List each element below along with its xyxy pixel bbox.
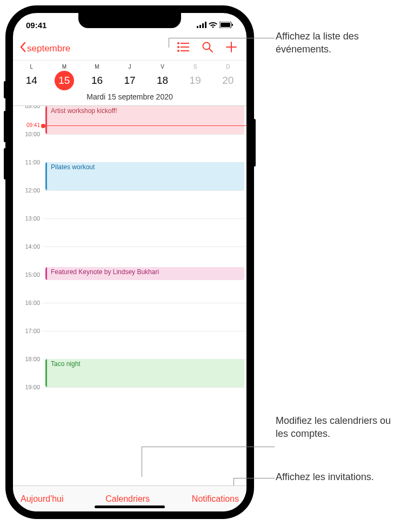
now-dot [41, 124, 45, 128]
day-column[interactable]: M15 [48, 61, 81, 90]
svg-rect-8 [181, 43, 189, 44]
day-letter: V [146, 61, 179, 71]
add-icon[interactable] [226, 42, 237, 55]
day-number[interactable]: 20 [213, 71, 242, 90]
inbox-button[interactable]: Notifications [192, 494, 239, 504]
day-number[interactable]: 19 [181, 71, 210, 90]
svg-rect-5 [221, 23, 230, 27]
day-view[interactable]: 09:0010:0011:0012:0013:0014:0015:0016:00… [13, 106, 246, 486]
list-view-icon[interactable] [177, 42, 189, 55]
day-letter: M [48, 61, 81, 71]
wifi-icon [209, 21, 217, 30]
today-button[interactable]: Aujourd'hui [21, 494, 64, 504]
svg-rect-1 [199, 25, 201, 28]
calendar-event[interactable]: Pilates workout [45, 162, 244, 190]
day-column[interactable]: J17 [114, 61, 146, 90]
event-title: Artist workshop kickoff! [51, 107, 117, 115]
hour-label: 17:00 [13, 328, 43, 334]
event-title: Featured Keynote by Lindsey Bukhari [51, 268, 159, 276]
hour-label: 11:00 [13, 159, 43, 165]
day-number[interactable]: 17 [116, 71, 144, 90]
svg-rect-12 [181, 50, 189, 51]
signal-icon [197, 21, 206, 30]
svg-rect-10 [181, 46, 189, 48]
svg-line-14 [209, 49, 212, 52]
svg-rect-0 [197, 26, 198, 28]
callout-line [169, 38, 275, 38]
home-indicator[interactable] [95, 506, 165, 508]
day-column[interactable]: M16 [81, 61, 114, 90]
svg-rect-6 [232, 24, 233, 26]
day-column[interactable]: D20 [211, 61, 244, 90]
hour-label: 18:00 [13, 356, 43, 362]
day-letter: S [179, 61, 212, 71]
day-letter: L [15, 61, 48, 71]
hour-label: 12:00 [13, 187, 43, 194]
nav-bar: septembre [13, 37, 246, 61]
callout-line [142, 447, 142, 477]
day-column[interactable]: L14 [15, 61, 48, 90]
back-label: septembre [27, 43, 70, 54]
day-number[interactable]: 18 [148, 71, 177, 90]
now-label: 09:41 [13, 122, 43, 128]
week-header: L14M15M16J17V18S19D20 Mardi 15 septembre… [13, 61, 246, 106]
hour-label: 14:00 [13, 243, 43, 250]
hour-label: 19:00 [13, 384, 43, 390]
callout-line [169, 38, 169, 48]
hour-label: 10:00 [13, 131, 43, 137]
hour-label: 16:00 [13, 300, 43, 306]
svg-rect-2 [202, 23, 204, 28]
svg-rect-3 [205, 22, 206, 28]
day-column[interactable]: S19 [179, 61, 212, 90]
day-number[interactable]: 16 [83, 71, 111, 90]
hour-label: 13:00 [13, 215, 43, 222]
calendar-event[interactable]: Featured Keynote by Lindsey Bukhari [45, 267, 244, 280]
event-title: Taco night [51, 360, 81, 368]
day-number[interactable]: 14 [17, 71, 46, 90]
callout-line [233, 478, 275, 478]
event-color-bar [45, 267, 47, 280]
back-button[interactable]: septembre [19, 42, 70, 56]
notch [78, 13, 181, 28]
event-color-bar [45, 106, 47, 134]
hour-label: 15:00 [13, 271, 43, 278]
svg-point-9 [177, 46, 179, 48]
calendars-button[interactable]: Calendriers [105, 494, 150, 504]
calendar-event[interactable]: Taco night [45, 359, 244, 387]
callout-line [233, 478, 234, 486]
svg-point-11 [177, 50, 179, 52]
search-icon[interactable] [202, 42, 213, 55]
battery-icon [219, 21, 233, 30]
date-line: Mardi 15 septembre 2020 [13, 90, 246, 105]
day-letter: J [114, 61, 146, 71]
callout-inbox: Affichez les invitations. [276, 470, 400, 483]
chevron-left-icon [19, 42, 26, 56]
now-indicator [43, 125, 246, 126]
day-letter: M [81, 61, 114, 71]
event-title: Pilates workout [51, 163, 95, 171]
calendar-event[interactable]: Artist workshop kickoff! [45, 106, 244, 134]
hour-label: 09:00 [13, 106, 43, 109]
event-color-bar [45, 162, 47, 190]
callout-list: Affichez la liste des événements. [276, 30, 400, 56]
svg-point-7 [177, 42, 179, 44]
day-letter: D [211, 61, 244, 71]
status-time: 09:41 [26, 21, 46, 30]
day-column[interactable]: V18 [146, 61, 179, 90]
callout-line [142, 447, 275, 447]
day-number[interactable]: 15 [55, 71, 74, 90]
event-color-bar [45, 359, 47, 387]
callout-calendars: Modifiez les calendriers ou les comptes. [276, 414, 400, 441]
